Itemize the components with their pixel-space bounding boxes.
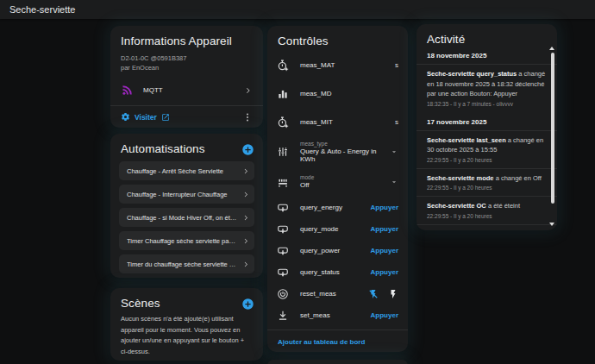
open-in-new-icon [161,113,170,122]
flash-icon[interactable] [388,289,398,299]
control-entity-label: meas_MIT [300,118,333,126]
automation-item-label: Timer Chauffage sèche serviette passe... [127,237,237,245]
tap-button-icon [277,267,289,279]
logbook-date-header: 18 novembre 2025 [427,52,547,60]
timer-cog-icon [277,116,289,129]
automation-item[interactable]: Timer Chauffage sèche serviette passe... [119,231,254,250]
automation-list: Chauffage - Arrêt Sèche ServietteChauffa… [110,161,263,273]
download-icon [277,310,289,322]
logbook-entry-text: Seche-serviette last_seen a changé en 30… [427,135,547,155]
timer-cog-icon [277,60,289,72]
logbook-entry[interactable]: Seche-serviette mode a changé en Off22:2… [416,168,557,197]
control-row-mode[interactable]: modeOff [267,166,408,197]
automation-item[interactable]: Chauffage - Interrupteur Chauffage [119,185,254,204]
logbook-entry[interactable]: Seche-serviette last_seen a changé en 30… [416,130,557,168]
automations-title: Automatisations [110,134,216,155]
control-row-reset_meas[interactable]: reset_meas [267,283,408,304]
logbook-entry-text: Seche-serviette query_status a changé en… [427,69,547,99]
control-entity-label: mode [300,174,314,180]
device-info-title: Informations Appareil [110,26,263,47]
control-row-query_mode[interactable]: query_modeAppuyer [267,218,408,240]
device-info-footer: Visiter [110,106,263,128]
control-row-set_meas[interactable]: set_measAppuyer [267,304,408,326]
logbook-entity-name: Seche-serviette OC [427,202,486,210]
flash-off-icon[interactable] [368,289,379,299]
power-off-icon [277,288,289,300]
chevron-right-icon [244,86,253,95]
control-selected-value: Off [300,181,314,189]
chevron-right-icon [242,167,250,175]
activity-scrollbar[interactable] [549,47,555,226]
logbook-entry[interactable]: Seche-serviette LC a été allumé [416,224,557,231]
control-row-query_power[interactable]: query_powerAppuyer [267,240,408,261]
chevron-right-icon [242,260,250,268]
control-row-meas_MD[interactable]: meas_MD [267,79,408,108]
add-scene-button[interactable] [241,298,254,311]
logbook-entry-meta: 22:29:55 - Il y a 20 heures [427,213,547,219]
logbook-entry-meta: 18:32:35 - Il y a 7 minutes - olivvvv [427,101,547,107]
page-title: Seche-serviette [9,4,75,15]
control-row-meas_MIT[interactable]: meas_MITs [267,108,408,136]
control-select-meas_type: meas_typeQuery & Auto - Energy in KWh [300,141,390,163]
logbook-entry[interactable]: Seche-serviette OC a été éteint22:29:55 … [416,196,557,224]
automation-item-label: Timer du chauffage sèche serviette dé... [127,260,237,268]
app-header: Seche-serviette [0,0,595,19]
logbook-entry-text: Seche-serviette OC a été éteint [427,201,547,211]
more-menu-icon[interactable] [242,112,253,122]
control-row-query_energy[interactable]: query_energyAppuyer [267,197,408,218]
chevron-right-icon [242,191,250,198]
logbook-entity-name: Seche-serviette mode [427,174,494,182]
automation-item-label: Chauffage - si Mode Hiver Off, on étein.… [127,214,237,222]
automation-item[interactable]: Timer du chauffage sèche serviette dé... [119,254,254,273]
scenes-header: Scènes [110,288,263,311]
scrollbar-up-arrow-icon[interactable] [549,47,554,50]
automation-item[interactable]: Chauffage - si Mode Hiver Off, on étein.… [119,208,254,227]
press-button[interactable]: Appuyer [371,247,398,254]
chevron-right-icon [242,214,250,222]
logbook-entry-text: Seche-serviette mode a changé en Off [427,173,547,184]
tap-button-icon [277,202,289,214]
automation-item[interactable]: Chauffage - Arrêt Sèche Serviette [119,161,254,180]
control-row-query_status[interactable]: query_statusAppuyer [267,261,408,283]
press-button[interactable]: Appuyer [371,204,398,211]
device-info-card: Informations Appareil D2-01-0C @0591B387… [110,26,263,128]
tap-button-icon [277,223,289,235]
scrollbar-thumb[interactable] [551,53,554,204]
integration-label: MQTT [143,86,163,94]
chart-bar-icon [277,88,289,100]
add-automation-button[interactable] [241,143,254,156]
chevron-right-icon [242,237,250,245]
mqtt-integration-row[interactable]: MQTT [110,78,263,102]
automations-card: Automatisations Chauffage - Arrêt Sèche … [110,134,263,278]
control-value: s [395,118,398,126]
caret-down-icon [390,147,398,156]
press-button[interactable]: Appuyer [371,268,398,276]
control-entity-label: query_mode [300,225,338,233]
scrollbar-down-arrow-icon[interactable] [549,223,554,226]
press-button[interactable]: Appuyer [371,225,398,233]
scenes-title: Scènes [110,288,171,310]
control-entity-label: meas_type [300,141,390,147]
control-entity-label: reset_meas [300,290,336,298]
radiator-icon [277,176,289,188]
next-card-partial [267,360,408,364]
device-manufacturer: par EnOcean [121,64,253,72]
visit-link[interactable]: Visiter [135,113,157,122]
logbook-entity-name: Seche-serviette last_seen [427,136,506,144]
logbook-entry-meta: 22:29:55 - Il y a 20 heures [427,185,547,191]
device-model: D2-01-0C @0591B387 [121,54,253,62]
add-to-dashboard-link[interactable]: Ajouter au tableau de bord [267,330,408,352]
logbook-entry[interactable]: Seche-serviette query_status a changé en… [416,64,557,112]
tune-icon [277,146,289,158]
gear-icon [121,112,130,122]
press-button[interactable]: Appuyer [371,311,398,319]
activity-log-list: 18 novembre 2025Seche-serviette query_st… [416,52,557,230]
control-entity-label: set_meas [300,311,330,319]
control-row-meas_MAT[interactable]: meas_MATs [267,51,408,79]
logbook-entry-text: Seche-serviette LC a été allumé [427,229,547,231]
tap-button-icon [277,245,289,257]
control-entity-label: query_status [300,268,340,276]
logbook-entity-name: Seche-serviette LC [427,230,485,231]
control-row-meas_type[interactable]: meas_typeQuery & Auto - Energy in KWh [267,136,408,166]
activity-title: Activité [416,24,557,46]
